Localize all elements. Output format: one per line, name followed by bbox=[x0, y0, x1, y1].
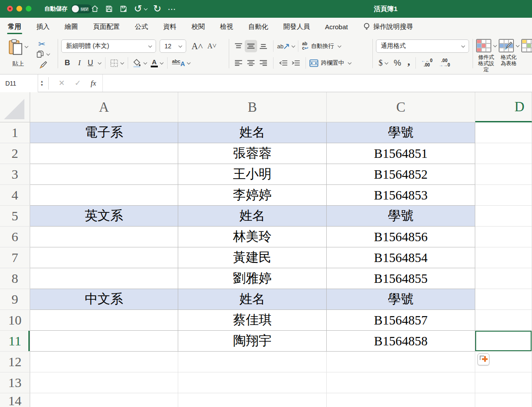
cell-A14[interactable] bbox=[30, 393, 178, 407]
zoom-window-button[interactable] bbox=[26, 6, 31, 12]
stepper-up-icon[interactable]: ▲ bbox=[40, 80, 43, 83]
formula-input[interactable] bbox=[102, 74, 532, 92]
decrease-font-size-button[interactable]: A˅ bbox=[207, 42, 217, 50]
quick-analysis-button[interactable] bbox=[477, 353, 489, 365]
tab-item-2[interactable]: 繪圖 bbox=[65, 18, 78, 35]
row-header-6[interactable]: 6 bbox=[0, 227, 30, 247]
cell-A3[interactable] bbox=[30, 164, 178, 185]
decrease-indent-button[interactable] bbox=[277, 57, 289, 69]
tab-item-1[interactable]: 插入 bbox=[36, 18, 50, 35]
cell-A9[interactable]: 中文系 bbox=[30, 289, 178, 310]
cell-C4[interactable]: B1564853 bbox=[327, 185, 475, 206]
undo-icon[interactable]: ↺ bbox=[134, 4, 147, 14]
underline-button[interactable]: U bbox=[85, 59, 96, 67]
save-as-icon[interactable] bbox=[119, 5, 128, 13]
cell-B4[interactable]: 李婷婷 bbox=[178, 185, 327, 206]
row-header-10[interactable]: 10 bbox=[0, 310, 30, 331]
font-size-select[interactable]: 12 bbox=[160, 39, 186, 53]
font-color-dropdown-icon[interactable] bbox=[160, 61, 163, 64]
decrease-decimal-button[interactable]: .00 →→0 bbox=[438, 59, 450, 67]
cell-A1[interactable]: 電子系 bbox=[30, 122, 178, 143]
cell-C7[interactable]: B1564854 bbox=[327, 247, 475, 268]
column-header-A[interactable]: A bbox=[30, 92, 178, 122]
row-header-3[interactable]: 3 bbox=[0, 164, 30, 185]
column-header-B[interactable]: B bbox=[178, 92, 327, 122]
tab-item-11[interactable]: 操作說明搜尋 bbox=[363, 18, 413, 35]
more-toolbar-icon[interactable]: ⋯ bbox=[168, 5, 177, 13]
align-top-button[interactable] bbox=[232, 40, 245, 52]
cell-D11[interactable] bbox=[475, 331, 532, 352]
cell-D14[interactable] bbox=[475, 393, 532, 407]
home-icon[interactable] bbox=[91, 5, 99, 13]
currency-button[interactable]: $ bbox=[379, 59, 383, 68]
cell-B9[interactable]: 姓名 bbox=[178, 289, 327, 310]
cell-B10[interactable]: 蔡佳琪 bbox=[178, 310, 327, 331]
tab-item-3[interactable]: 頁面配置 bbox=[93, 18, 120, 35]
select-all-corner[interactable] bbox=[0, 92, 30, 122]
merge-center-dropdown-icon[interactable] bbox=[348, 61, 351, 64]
close-window-button[interactable] bbox=[7, 6, 13, 12]
row-header-14[interactable]: 14 bbox=[0, 393, 30, 407]
cell-C5[interactable]: 學號 bbox=[327, 206, 475, 227]
cell-D13[interactable] bbox=[475, 372, 532, 393]
row-header-2[interactable]: 2 bbox=[0, 143, 30, 164]
cell-A7[interactable] bbox=[30, 247, 178, 268]
cell-A2[interactable] bbox=[30, 143, 178, 164]
format-as-table-button[interactable]: 格式化 為表格 bbox=[499, 39, 519, 73]
minimize-window-button[interactable] bbox=[16, 6, 22, 12]
cell-C12[interactable] bbox=[327, 352, 475, 372]
cell-B6[interactable]: 林美玲 bbox=[178, 227, 327, 247]
cell-B12[interactable] bbox=[178, 352, 327, 372]
align-middle-button[interactable] bbox=[245, 40, 257, 52]
cell-A12[interactable] bbox=[30, 352, 178, 372]
insert-function-icon[interactable]: fx bbox=[91, 79, 96, 88]
percent-button[interactable]: % bbox=[394, 58, 401, 68]
increase-font-size-button[interactable]: A˄ bbox=[192, 41, 203, 51]
tab-item-5[interactable]: 資料 bbox=[163, 18, 176, 35]
cell-D8[interactable] bbox=[475, 268, 532, 289]
confirm-entry-icon[interactable]: ✓ bbox=[74, 78, 81, 88]
currency-dropdown-icon[interactable] bbox=[384, 61, 388, 64]
align-right-button[interactable] bbox=[257, 57, 270, 69]
row-header-8[interactable]: 8 bbox=[0, 268, 30, 289]
row-header-11[interactable]: 11 bbox=[0, 331, 30, 352]
cell-C14[interactable] bbox=[327, 393, 475, 407]
cell-D6[interactable] bbox=[475, 227, 532, 247]
cell-C3[interactable]: B1564852 bbox=[327, 164, 475, 185]
font-name-select[interactable]: 新細明體 (本文) bbox=[61, 39, 156, 53]
orientation-dropdown-icon[interactable] bbox=[292, 44, 295, 47]
cell-B8[interactable]: 劉雅婷 bbox=[178, 268, 327, 289]
tab-item-4[interactable]: 公式 bbox=[135, 18, 148, 35]
tab-item-9[interactable]: 開發人員 bbox=[283, 18, 310, 35]
italic-button[interactable]: I bbox=[74, 59, 85, 67]
paste-dropdown-icon[interactable] bbox=[24, 44, 28, 48]
number-format-select[interactable]: 通用格式 bbox=[376, 39, 469, 53]
cell-A6[interactable] bbox=[30, 227, 178, 247]
cell-D4[interactable] bbox=[475, 185, 532, 206]
tab-acrobat[interactable]: Acrobat bbox=[325, 18, 348, 35]
row-header-12[interactable]: 12 bbox=[0, 352, 30, 372]
cell-C6[interactable]: B1564856 bbox=[327, 227, 475, 247]
fill-color-button[interactable] bbox=[133, 59, 141, 67]
fill-color-dropdown-icon[interactable] bbox=[143, 61, 147, 64]
phonetic-guide-button[interactable]: abc A bbox=[172, 59, 185, 67]
cell-D1[interactable] bbox=[475, 122, 532, 143]
format-painter-button[interactable] bbox=[39, 60, 48, 69]
tab-item-0[interactable]: 常用 bbox=[8, 18, 21, 35]
cell-B13[interactable] bbox=[178, 372, 327, 393]
cell-A4[interactable] bbox=[30, 185, 178, 206]
cell-B5[interactable]: 姓名 bbox=[178, 206, 327, 227]
cell-C2[interactable]: B1564851 bbox=[327, 143, 475, 164]
tab-item-7[interactable]: 檢視 bbox=[220, 18, 233, 35]
conditional-formatting-button[interactable]: 條件式 格式設定 bbox=[476, 39, 496, 73]
cell-D9[interactable] bbox=[475, 289, 532, 310]
cell-C13[interactable] bbox=[327, 372, 475, 393]
row-header-5[interactable]: 5 bbox=[0, 206, 30, 227]
name-box-stepper[interactable]: ▲ ▼ bbox=[39, 77, 49, 90]
column-header-C[interactable]: C bbox=[327, 92, 475, 122]
column-header-D[interactable]: D bbox=[475, 92, 532, 122]
cell-D7[interactable] bbox=[475, 247, 532, 268]
orientation-button[interactable]: ab bbox=[277, 43, 289, 50]
comma-style-button[interactable]: , bbox=[407, 55, 410, 67]
name-box[interactable]: D11 bbox=[0, 74, 38, 92]
